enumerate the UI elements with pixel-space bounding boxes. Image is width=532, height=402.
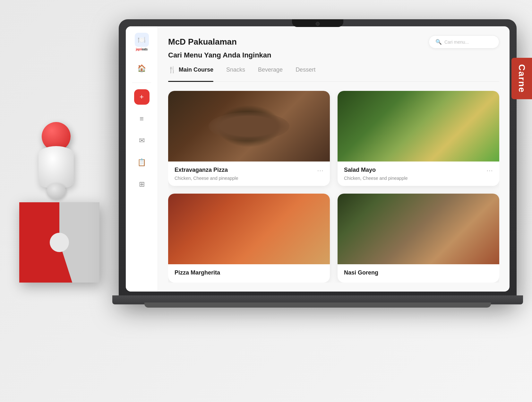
restaurant-name: McD Pakualaman — [168, 37, 237, 47]
menu-card-1-body: Extravaganza Pizza ⋯ Chicken, Cheese and… — [168, 162, 330, 186]
food-image-detail-2 — [338, 91, 499, 162]
pie-chart-decoration — [19, 202, 99, 283]
menu-card-1-header: Extravaganza Pizza ⋯ — [175, 167, 323, 174]
sidebar-item-home[interactable]: 🏠 — [134, 61, 150, 76]
menu-card-2-image — [338, 91, 499, 162]
connector-decoration — [47, 183, 66, 199]
sidebar-item-list[interactable]: ≡ — [134, 111, 150, 127]
category-tabs: 🍴 Main Course Snacks Beverage Dessert — [168, 66, 499, 82]
tab-snacks[interactable]: Snacks — [226, 66, 245, 77]
app-container: 🍽️ japrieats 🏠 + ≡ ✉ 📋 ⊞ — [126, 26, 510, 292]
logo-icon: 🍽️ — [135, 33, 149, 47]
white-body-decoration — [39, 146, 74, 188]
menu-card-3-image — [168, 194, 330, 264]
tab-dessert-label: Dessert — [296, 66, 315, 73]
tab-beverage[interactable]: Beverage — [258, 66, 283, 77]
menu-card-3: Pizza Margherita — [168, 194, 330, 283]
food-image-detail-1 — [168, 91, 330, 162]
menu-card-4-image — [338, 194, 499, 264]
menu-card-2-header: Salad Mayo ⋯ — [344, 167, 493, 174]
menu-card-3-header: Pizza Margherita — [175, 269, 323, 276]
search-placeholder-text: Cari menu... — [444, 39, 469, 45]
menu-card-2-body: Salad Mayo ⋯ Chicken, Cheese and pineapp… — [338, 162, 499, 186]
logo: 🍽️ japrieats — [135, 33, 149, 51]
search-bar[interactable]: 🔍 Cari menu... — [429, 35, 499, 48]
sidebar-item-receipt[interactable]: 📋 — [134, 155, 150, 170]
menu-name-1: Extravaganza Pizza — [175, 167, 228, 173]
header-row: McD Pakualaman 🔍 Cari menu... — [168, 35, 499, 48]
laptop: 🍽️ japrieats 🏠 + ≡ ✉ 📋 ⊞ — [119, 19, 523, 315]
food-image-detail-3 — [168, 194, 330, 264]
sidebar-item-messages[interactable]: ✉ — [134, 133, 150, 148]
laptop-camera — [316, 22, 320, 26]
menu-card-1: Extravaganza Pizza ⋯ Chicken, Cheese and… — [168, 91, 330, 186]
menu-desc-1: Chicken, Cheese and pineapple — [175, 176, 323, 181]
menu-card-4: Nasi Goreng — [338, 194, 499, 283]
menu-name-4: Nasi Goreng — [344, 269, 378, 276]
menu-card-4-header: Nasi Goreng — [344, 269, 493, 276]
pie-chart-svg — [19, 202, 99, 283]
logo-text: japrieats — [136, 48, 148, 51]
laptop-screen: 🍽️ japrieats 🏠 + ≡ ✉ 📋 ⊞ — [126, 26, 510, 292]
menu-card-2: Salad Mayo ⋯ Chicken, Cheese and pineapp… — [338, 91, 499, 186]
tab-snacks-label: Snacks — [226, 66, 245, 73]
tab-beverage-label: Beverage — [258, 66, 283, 73]
main-content: McD Pakualaman 🔍 Cari menu... Cari Menu … — [158, 26, 510, 292]
decorative-figure — [10, 122, 125, 308]
menu-card-1-image — [168, 91, 330, 162]
tab-main-course-label: Main Course — [179, 66, 213, 73]
more-options-icon-2[interactable]: ⋯ — [486, 167, 493, 174]
page-subtitle: Cari Menu Yang Anda Inginkan — [168, 51, 499, 59]
carne-badge: Carne — [511, 58, 532, 99]
food-image-detail-4 — [338, 194, 499, 264]
sidebar-divider — [132, 83, 151, 83]
menu-desc-2: Chicken, Cheese and pineapple — [344, 176, 493, 181]
main-course-icon: 🍴 — [168, 66, 176, 74]
sidebar: 🍽️ japrieats 🏠 + ≡ ✉ 📋 ⊞ — [126, 26, 158, 292]
sidebar-item-add[interactable]: + — [134, 89, 150, 105]
laptop-base-bottom — [144, 302, 491, 308]
search-icon: 🔍 — [435, 39, 442, 45]
menu-name-3: Pizza Margherita — [175, 269, 220, 276]
menu-card-3-body: Pizza Margherita — [168, 264, 330, 283]
menu-grid: Extravaganza Pizza ⋯ Chicken, Cheese and… — [168, 91, 499, 283]
tab-dessert[interactable]: Dessert — [296, 66, 315, 77]
more-options-icon-1[interactable]: ⋯ — [317, 167, 323, 174]
tab-main-course[interactable]: 🍴 Main Course — [168, 66, 213, 77]
menu-name-2: Salad Mayo — [344, 167, 376, 173]
laptop-lid: 🍽️ japrieats 🏠 + ≡ ✉ 📋 ⊞ — [119, 19, 517, 299]
menu-card-4-body: Nasi Goreng — [338, 264, 499, 283]
sidebar-item-grid[interactable]: ⊞ — [134, 177, 150, 192]
svg-point-2 — [50, 233, 69, 252]
